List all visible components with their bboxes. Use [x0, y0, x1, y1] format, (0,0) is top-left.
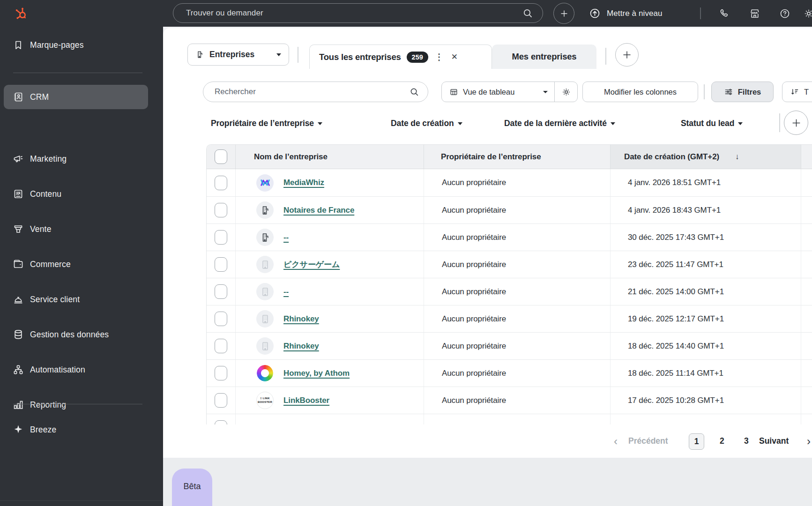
- view-type-combo: Vue de tableau: [441, 82, 578, 102]
- global-search-placeholder: Trouver ou demander: [186, 8, 522, 18]
- sidebar-item-marque-pages[interactable]: Marque-pages: [0, 33, 163, 57]
- hubspot-logo-icon[interactable]: [13, 6, 28, 21]
- filters-button[interactable]: Filtres: [711, 82, 774, 102]
- beta-badge[interactable]: Bêta: [172, 469, 212, 506]
- row-checkbox[interactable]: [215, 176, 227, 190]
- sales-icon: [13, 223, 24, 235]
- company-name-link[interactable]: Rhinokey: [283, 314, 319, 324]
- column-header-name[interactable]: Nom de l’entreprise: [235, 145, 424, 169]
- sidebar-item-crm[interactable]: CRM: [4, 85, 148, 109]
- company-name-link[interactable]: LinkBooster: [283, 396, 329, 405]
- company-created-date: 30 déc. 2025 17:43 GMT+1: [628, 233, 724, 242]
- company-name-link[interactable]: Notaires de France: [283, 206, 354, 215]
- column-header-created[interactable]: Date de création (GMT+2) ↓: [610, 145, 801, 169]
- chevron-down-icon: [543, 91, 548, 93]
- row-checkbox[interactable]: [215, 420, 227, 424]
- previous-page-button[interactable]: Précédent: [628, 424, 668, 458]
- record-count-badge: 259: [407, 52, 428, 63]
- row-checkbox[interactable]: [215, 339, 227, 353]
- tab-options-icon[interactable]: ⋮: [434, 52, 445, 61]
- chevron-down-icon: [458, 122, 462, 125]
- sidebar-item-label: CRM: [30, 92, 49, 102]
- company-name-link[interactable]: Homey, by Athom: [283, 369, 350, 378]
- company-name-link[interactable]: ピクサーゲーム: [283, 259, 340, 270]
- quick-filter-dropdown[interactable]: Statut du lead: [681, 112, 743, 135]
- upgrade-button[interactable]: Mettre à niveau: [589, 0, 663, 27]
- edit-columns-button[interactable]: Modifier les colonnes: [582, 82, 698, 102]
- tab-label: Mes entreprises: [512, 52, 577, 62]
- chevron-down-icon: [611, 122, 615, 125]
- sidebar-item-gestion-des-donn-es[interactable]: Gestion des données: [0, 322, 163, 347]
- homey-logo: [256, 365, 274, 382]
- row-checkbox[interactable]: [215, 257, 227, 272]
- sidebar-item-contenu[interactable]: Contenu: [0, 182, 163, 206]
- company-name-link[interactable]: --: [283, 233, 289, 242]
- row-checkbox[interactable]: [215, 284, 227, 299]
- tab-close-icon[interactable]: ✕: [450, 52, 459, 62]
- view-settings-button[interactable]: [555, 82, 577, 102]
- quick-filter-dropdown[interactable]: Date de création: [391, 112, 462, 135]
- row-checkbox[interactable]: [215, 393, 227, 408]
- marketplace-icon[interactable]: [749, 8, 760, 19]
- linkbooster-logo: ≡ LINKBOOSTER: [256, 392, 274, 409]
- sidebar-item-marketing[interactable]: Marketing: [0, 147, 163, 171]
- sparkle-icon: [13, 424, 24, 435]
- row-checkbox[interactable]: [215, 230, 227, 245]
- sort-icon: [790, 87, 799, 97]
- row-checkbox[interactable]: [215, 203, 227, 217]
- help-icon[interactable]: [779, 8, 790, 19]
- tab-my-companies[interactable]: Mes entreprises: [492, 45, 596, 69]
- table-search-placeholder: Rechercher: [215, 87, 409, 97]
- table-view-selector[interactable]: Vue de tableau: [442, 82, 554, 102]
- sidebar-item-label: Breeze: [30, 425, 56, 435]
- table-row: -- Aucun propriétaire 30 déc. 2025 17:43…: [207, 223, 812, 251]
- add-quick-filter-button[interactable]: [784, 111, 808, 135]
- sidebar-item-label: Service client: [30, 295, 80, 305]
- sidebar-item-reporting[interactable]: Reporting: [0, 393, 163, 417]
- create-button[interactable]: [553, 3, 574, 24]
- sidebar-item-breeze[interactable]: Breeze: [0, 417, 163, 442]
- quick-filter-dropdown[interactable]: Date de la dernière activité: [504, 112, 615, 135]
- sidebar-item-commerce[interactable]: Commerce: [0, 252, 163, 276]
- settings-gear-icon[interactable]: [803, 8, 812, 19]
- sort-button[interactable]: T: [782, 82, 812, 102]
- company-name-link[interactable]: --: [283, 287, 289, 297]
- row-checkbox[interactable]: [215, 366, 227, 380]
- hubspot-crm-companies-page: Trouver ou demander Mettre à niveau: [0, 0, 812, 506]
- quick-filter-dropdown[interactable]: Propriétaire de l’entreprise: [211, 112, 322, 135]
- add-view-button[interactable]: [615, 43, 639, 67]
- sidebar-item-automatisation[interactable]: Automatisation: [0, 357, 163, 382]
- table-row: Rhinokey Aucun propriétaire 18 déc. 2025…: [207, 332, 812, 359]
- table-row: Rhinokey Aucun propriétaire 19 déc. 2025…: [207, 305, 812, 332]
- company-name-link[interactable]: Rhinokey: [283, 342, 319, 351]
- sidebar-item-service-client[interactable]: Service client: [0, 287, 163, 312]
- global-search-input[interactable]: Trouver ou demander: [173, 3, 543, 23]
- next-page-button[interactable]: Suivant: [759, 424, 789, 458]
- page-number-button[interactable]: 3: [744, 424, 749, 458]
- beta-label: Bêta: [183, 482, 201, 491]
- building-faded-icon: [256, 283, 274, 300]
- company-owner: Aucun propriétaire: [442, 314, 506, 324]
- object-type-selector[interactable]: Entreprises: [187, 44, 289, 66]
- sort-label: T: [804, 88, 809, 97]
- company-name-link[interactable]: MediaWhiz: [283, 178, 324, 187]
- table-search-input[interactable]: Rechercher: [203, 82, 428, 102]
- sidebar-item-vente[interactable]: Vente: [0, 217, 163, 241]
- column-header-owner[interactable]: Propriétaire de l’entreprise: [424, 145, 610, 169]
- automation-icon: [13, 364, 24, 375]
- divider: [779, 113, 780, 132]
- search-icon: [522, 7, 533, 19]
- plus-icon: [790, 117, 802, 129]
- page-number-button[interactable]: 2: [720, 424, 724, 458]
- select-all-checkbox[interactable]: [215, 149, 227, 164]
- divider: [605, 48, 606, 65]
- phone-icon[interactable]: [719, 8, 730, 19]
- column-header-label: Date de création (GMT+2): [624, 152, 719, 162]
- divider: [298, 47, 298, 63]
- row-checkbox[interactable]: [215, 312, 227, 326]
- view-type-label: Vue de tableau: [463, 88, 538, 97]
- chevron-down-icon: [318, 122, 322, 125]
- company-owner: Aucun propriétaire: [442, 206, 506, 215]
- tab-all-companies[interactable]: Tous les entreprises 259 ⋮ ✕: [309, 45, 492, 69]
- page-current[interactable]: 1: [689, 433, 704, 450]
